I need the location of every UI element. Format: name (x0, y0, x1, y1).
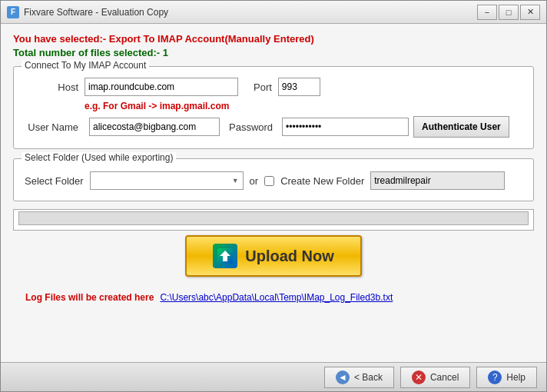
folder-row: Select Folder or Create New Folder (25, 171, 522, 190)
cancel-label: Cancel (430, 372, 459, 383)
total-files-text: Total number of files selected:- 1 (13, 47, 534, 58)
folder-name-input[interactable] (370, 171, 505, 190)
progress-bar-outer (18, 211, 529, 225)
cancel-button[interactable]: ✕ Cancel (400, 367, 470, 388)
log-path[interactable]: C:\Users\abc\AppData\Local\Temp\IMap_Log… (160, 292, 393, 303)
log-section: Log Files will be created here C:\Users\… (13, 287, 534, 307)
main-content: You have selected:- Export To IMAP Accou… (1, 24, 546, 317)
cancel-icon: ✕ (412, 370, 426, 384)
selected-export-text: You have selected:- Export To IMAP Accou… (13, 33, 534, 45)
user-pass-row: User Name Password Authenticate User (25, 116, 522, 138)
folder-select[interactable] (90, 171, 244, 190)
log-label: Log Files will be created here (25, 292, 154, 303)
username-input[interactable] (89, 118, 220, 136)
maximize-button[interactable]: □ (499, 5, 519, 20)
app-icon: F (7, 6, 19, 18)
upload-icon (213, 244, 237, 268)
gmail-hint: e.g. For Gmail -> imap.gmail.com (85, 101, 522, 111)
bottom-bar: ◄ < Back ✕ Cancel ? Help (1, 362, 546, 391)
host-port-row: Host Port (25, 78, 522, 96)
imap-group-title: Connect To My IMAP Account (22, 60, 149, 71)
host-label: Host (25, 81, 78, 93)
port-input[interactable] (278, 78, 320, 96)
title-bar: F Fixvare Software - Evaluation Copy − □… (1, 1, 546, 24)
window-controls: − □ ✕ (477, 5, 540, 20)
password-label: Password (229, 121, 273, 133)
port-label: Port (254, 81, 272, 93)
password-input[interactable] (282, 118, 409, 136)
back-button[interactable]: ◄ < Back (324, 367, 394, 388)
host-input[interactable] (85, 78, 238, 96)
imap-group-box: Connect To My IMAP Account Host Port e.g… (13, 66, 534, 149)
imap-section: Host Port e.g. For Gmail -> imap.gmail.c… (25, 78, 522, 138)
upload-now-button[interactable]: Upload Now (185, 235, 362, 277)
window: F Fixvare Software - Evaluation Copy − □… (0, 0, 547, 392)
upload-now-label: Upload Now (245, 247, 334, 265)
folder-group-title: Select Folder (Used while exporting) (22, 152, 176, 163)
or-text: or (250, 175, 259, 187)
back-label: < Back (354, 372, 383, 383)
folder-group-box: Select Folder (Used while exporting) Sel… (13, 158, 534, 201)
window-title: Fixvare Software - Evaluation Copy (24, 7, 477, 18)
progress-area (13, 209, 534, 231)
back-icon: ◄ (336, 370, 350, 384)
authenticate-user-button[interactable]: Authenticate User (413, 116, 509, 138)
folder-select-wrapper (90, 171, 244, 190)
help-button[interactable]: ? Help (476, 367, 537, 388)
username-label: User Name (25, 121, 78, 133)
help-label: Help (506, 372, 525, 383)
minimize-button[interactable]: − (477, 5, 497, 20)
help-icon: ? (488, 370, 502, 384)
upload-section: Upload Now (13, 235, 534, 277)
create-folder-label[interactable]: Create New Folder (280, 175, 364, 187)
select-folder-label: Select Folder (25, 175, 84, 187)
create-folder-checkbox[interactable] (264, 176, 274, 186)
close-button[interactable]: ✕ (520, 5, 540, 20)
selection-info: You have selected:- Export To IMAP Accou… (13, 33, 534, 58)
